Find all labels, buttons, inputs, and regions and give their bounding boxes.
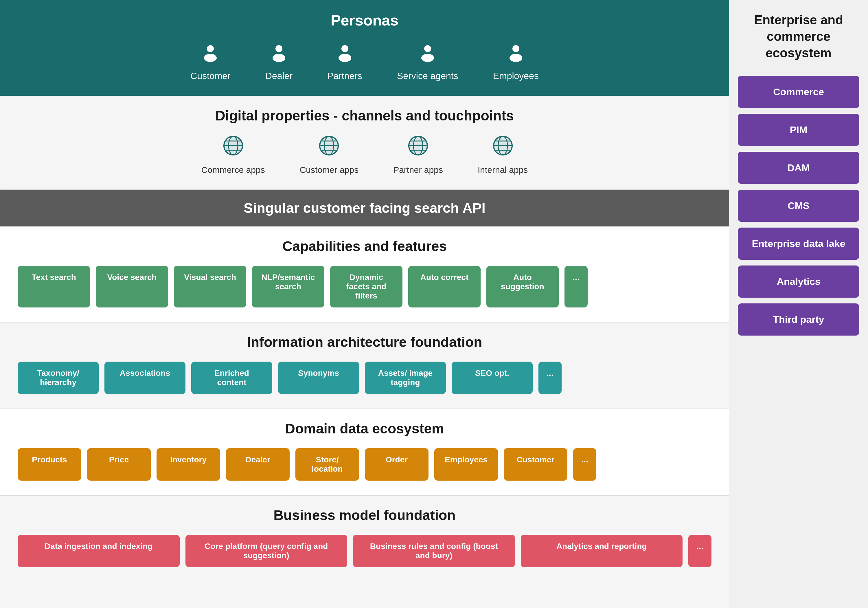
- svg-point-1: [204, 54, 217, 62]
- app-customer: Customer apps: [300, 135, 358, 175]
- pill-taxonomy: Taxonomy/ hierarchy: [18, 362, 99, 394]
- persona-employees: Employees: [493, 44, 539, 81]
- customer-icon: [201, 44, 220, 66]
- persona-service-agents-label: Service agents: [397, 71, 458, 81]
- sidebar-cms: CMS: [738, 190, 859, 222]
- persona-dealer-label: Dealer: [265, 71, 293, 81]
- persona-partners: Partners: [327, 44, 362, 81]
- svg-point-8: [512, 45, 519, 52]
- app-partner: Partner apps: [393, 135, 443, 175]
- customer-apps-label: Customer apps: [300, 165, 358, 175]
- svg-point-3: [273, 54, 285, 62]
- pill-auto-correct: Auto correct: [408, 266, 480, 308]
- pill-store-location: Store/ location: [295, 448, 359, 480]
- pill-inventory: Inventory: [157, 448, 220, 480]
- persona-employees-label: Employees: [493, 71, 539, 81]
- app-commerce: Commerce apps: [202, 135, 265, 175]
- pill-customer: Customer: [504, 448, 567, 480]
- info-arch-pills: Taxonomy/ hierarchy Associations Enriche…: [18, 362, 711, 394]
- business-pills: Data ingestion and indexing Core platfor…: [18, 535, 711, 567]
- dealer-icon: [270, 44, 288, 66]
- sidebar-pim: PIM: [738, 114, 859, 146]
- service-agents-icon: [418, 44, 437, 66]
- svg-point-6: [424, 45, 431, 52]
- svg-point-4: [341, 45, 348, 52]
- pill-text-search: Text search: [18, 266, 90, 308]
- pill-data-ingestion: Data ingestion and indexing: [18, 535, 180, 567]
- svg-point-33: [494, 136, 512, 155]
- api-section: Singular customer facing search API: [0, 190, 729, 226]
- sidebar-title: Enterprise and commerce ecosystem: [738, 6, 859, 67]
- info-arch-section: Information architecture foundation Taxo…: [0, 322, 729, 409]
- pill-voice-search: Voice search: [96, 266, 168, 308]
- svg-point-0: [207, 45, 214, 52]
- pill-associations: Associations: [104, 362, 186, 394]
- svg-point-2: [276, 45, 282, 52]
- svg-point-21: [320, 136, 338, 155]
- capabilities-section: Capabilities and features Text search Vo…: [0, 226, 729, 322]
- sidebar-dam: DAM: [738, 152, 859, 184]
- pill-seo: SEO opt.: [452, 362, 533, 394]
- pill-auto-suggestion: Auto suggestion: [487, 266, 559, 308]
- pill-info-arch-more: ...: [538, 362, 562, 394]
- svg-point-27: [409, 136, 427, 155]
- sidebar-commerce: Commerce: [738, 76, 859, 108]
- pill-enriched-content: Enriched content: [191, 362, 272, 394]
- info-arch-title: Information architecture foundation: [18, 334, 711, 350]
- pill-capabilities-more: ...: [564, 266, 587, 308]
- pill-order: Order: [365, 448, 428, 480]
- personas-section: Personas Customer Dealer: [0, 0, 729, 96]
- internal-apps-label: Internal apps: [478, 165, 528, 175]
- personas-grid: Customer Dealer Partners: [17, 44, 712, 81]
- pill-domain-more: ...: [573, 448, 596, 480]
- partner-apps-label: Partner apps: [393, 165, 443, 175]
- partner-apps-icon: [408, 135, 428, 160]
- pill-employees: Employees: [434, 448, 498, 480]
- pill-price: Price: [87, 448, 151, 480]
- sidebar-analytics: Analytics: [738, 266, 859, 298]
- svg-point-15: [224, 136, 242, 155]
- pill-business-more: ...: [688, 535, 711, 567]
- commerce-apps-label: Commerce apps: [202, 165, 265, 175]
- sidebar-third-party: Third party: [738, 303, 859, 336]
- pill-business-rules: Business rules and config (boost and bur…: [353, 535, 515, 567]
- capabilities-pills: Text search Voice search Visual search N…: [18, 266, 711, 308]
- pill-dynamic-facets: Dynamic facets and filters: [330, 266, 403, 308]
- employees-icon: [507, 44, 525, 66]
- svg-point-9: [510, 54, 522, 62]
- customer-apps-icon: [319, 135, 339, 160]
- digital-section: Digital properties - channels and touchp…: [0, 96, 729, 190]
- persona-dealer: Dealer: [265, 44, 293, 81]
- capabilities-title: Capabilities and features: [18, 238, 711, 254]
- business-title: Business model foundation: [18, 507, 711, 523]
- svg-point-5: [338, 54, 351, 62]
- commerce-apps-icon: [223, 135, 243, 160]
- partners-icon: [336, 44, 354, 66]
- apps-grid: Commerce apps Customer apps: [18, 135, 711, 175]
- pill-assets: Assets/ image tagging: [365, 362, 446, 394]
- business-section: Business model foundation Data ingestion…: [0, 495, 729, 608]
- personas-title: Personas: [17, 12, 712, 29]
- domain-pills: Products Price Inventory Dealer Store/ l…: [18, 448, 711, 480]
- pill-dealer: Dealer: [226, 448, 290, 480]
- domain-title: Domain data ecosystem: [18, 421, 711, 437]
- main-content: Personas Customer Dealer: [0, 0, 729, 608]
- sidebar: Enterprise and commerce ecosystem Commer…: [729, 0, 868, 608]
- persona-customer-label: Customer: [191, 71, 231, 81]
- internal-apps-icon: [493, 135, 513, 160]
- pill-analytics-reporting: Analytics and reporting: [521, 535, 683, 567]
- svg-point-7: [421, 54, 434, 62]
- persona-service-agents: Service agents: [397, 44, 458, 81]
- sidebar-enterprise-data-lake: Enterprise data lake: [738, 227, 859, 260]
- pill-visual-search: Visual search: [174, 266, 246, 308]
- pill-synonyms: Synonyms: [278, 362, 359, 394]
- pill-nlp-search: NLP/semantic search: [252, 266, 324, 308]
- digital-title: Digital properties - channels and touchp…: [18, 108, 711, 124]
- app-internal: Internal apps: [478, 135, 528, 175]
- persona-partners-label: Partners: [327, 71, 362, 81]
- persona-customer: Customer: [191, 44, 231, 81]
- pill-products: Products: [18, 448, 81, 480]
- domain-section: Domain data ecosystem Products Price Inv…: [0, 409, 729, 495]
- pill-core-platform: Core platform (query config and suggesti…: [186, 535, 347, 567]
- api-title: Singular customer facing search API: [17, 200, 712, 216]
